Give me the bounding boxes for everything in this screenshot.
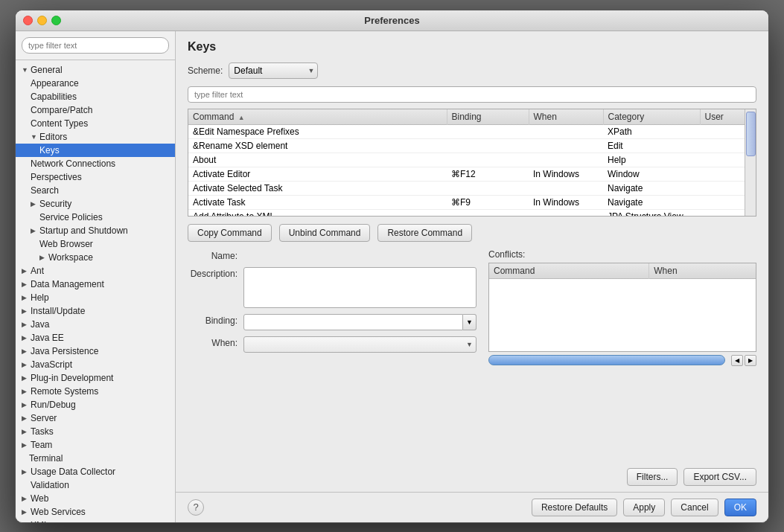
cell-user — [700, 167, 745, 181]
name-row: Name: — [188, 249, 477, 261]
export-csv-button[interactable]: Export CSV... — [683, 468, 756, 486]
keys-filter-input[interactable] — [188, 86, 756, 103]
sidebar-item-startup-shutdown[interactable]: ▶ Startup and Shutdown — [16, 224, 175, 237]
sidebar-item-label: Web — [31, 493, 48, 504]
filters-button[interactable]: Filters... — [627, 468, 678, 486]
restore-command-button[interactable]: Restore Command — [377, 224, 472, 242]
col-header-command[interactable]: Command ▲ — [188, 109, 447, 125]
cancel-button[interactable]: Cancel — [671, 499, 718, 516]
sidebar-item-content-types[interactable]: Content Types — [16, 117, 175, 130]
minimize-button[interactable] — [37, 16, 47, 25]
sidebar-item-tasks[interactable]: ▶ Tasks — [16, 425, 175, 438]
unbind-command-button[interactable]: Unbind Command — [279, 224, 371, 242]
table-row[interactable]: &Edit Namespace Prefixes XPath — [188, 124, 745, 138]
ok-button[interactable]: OK — [724, 499, 756, 516]
sidebar-item-plug-in[interactable]: ▶ Plug-in Development — [16, 371, 175, 385]
sidebar-item-usage-data[interactable]: ▶ Usage Data Collector — [16, 465, 175, 478]
sidebar-item-data-management[interactable]: ▶ Data Management — [16, 278, 175, 291]
cell-category: Window — [603, 167, 700, 181]
sidebar-item-service-policies[interactable]: Service Policies — [16, 211, 175, 224]
conflicts-col-command[interactable]: Command — [489, 263, 649, 279]
expand-arrow-js: ▶ — [22, 361, 29, 368]
sidebar-item-java-persistence[interactable]: ▶ Java Persistence — [16, 344, 175, 358]
sidebar-item-javascript[interactable]: ▶ JavaScript — [16, 358, 175, 371]
bottom-right-buttons: Filters... Export CSV... — [188, 468, 756, 486]
description-row: Description: — [188, 267, 477, 308]
sidebar-item-terminal[interactable]: Terminal — [16, 452, 175, 465]
sidebar-item-xml[interactable]: ▶ XML — [16, 519, 175, 522]
sidebar-item-keys[interactable]: Keys — [16, 144, 175, 157]
close-button[interactable] — [23, 16, 33, 25]
conflicts-col-when[interactable]: When — [649, 263, 756, 279]
scroll-right-button[interactable]: ▶ — [745, 355, 756, 366]
sidebar-item-web[interactable]: ▶ Web — [16, 492, 175, 505]
scroll-left-button[interactable]: ◀ — [731, 355, 743, 366]
scrollbar-thumb[interactable] — [746, 112, 756, 156]
sidebar-item-help[interactable]: ▶ Help — [16, 291, 175, 304]
when-select[interactable] — [243, 336, 477, 353]
cell-category: Edit — [603, 138, 700, 153]
sidebar-item-label: Validation — [31, 480, 69, 490]
col-header-when[interactable]: When — [529, 109, 603, 125]
when-select-wrapper — [243, 336, 477, 353]
help-button[interactable]: ? — [188, 499, 204, 516]
sidebar-item-install-update[interactable]: ▶ Install/Update — [16, 304, 175, 318]
sidebar-item-capabilities[interactable]: Capabilities — [16, 90, 175, 103]
sidebar-filter-input[interactable] — [22, 37, 169, 54]
sidebar-item-compare-patch[interactable]: Compare/Patch — [16, 103, 175, 117]
table-row[interactable]: Activate Selected Task Navigate — [188, 181, 745, 195]
table-row[interactable]: &Rename XSD element Edit — [188, 138, 745, 153]
sidebar-item-security[interactable]: ▶ Security — [16, 197, 175, 211]
preferences-window: Preferences ▼ General Appearance Capabil… — [15, 10, 769, 523]
cell-binding — [447, 181, 529, 195]
copy-command-button[interactable]: Copy Command — [188, 224, 272, 242]
sidebar-item-validation[interactable]: Validation — [16, 478, 175, 492]
conflicts-scroll-track[interactable] — [488, 355, 725, 365]
table-row[interactable]: About Help — [188, 153, 745, 167]
sidebar-item-search[interactable]: Search — [16, 184, 175, 197]
sidebar-item-label: Plug-in Development — [31, 373, 113, 383]
expand-arrow-install: ▶ — [22, 307, 29, 315]
table-row[interactable]: Add Attribute to XML JPA Structure View — [188, 209, 745, 216]
table-scrollbar[interactable] — [745, 109, 756, 216]
apply-button[interactable]: Apply — [623, 499, 665, 516]
scheme-select[interactable]: Default Emacs — [229, 63, 318, 79]
sidebar-item-label: Run/Debug — [31, 400, 76, 410]
dialog-buttons: ? Restore Defaults Apply Cancel OK — [176, 492, 768, 522]
binding-input[interactable] — [243, 314, 463, 330]
table-row[interactable]: Activate Task ⌘F9 In Windows Navigate — [188, 195, 745, 209]
description-textarea[interactable] — [243, 267, 477, 308]
conflicts-table-container: Command When — [488, 263, 756, 352]
col-header-user[interactable]: User — [700, 109, 745, 125]
expand-arrow-data: ▶ — [22, 281, 29, 288]
sidebar-item-editors[interactable]: ▼ Editors — [16, 130, 175, 144]
expand-arrow-security: ▶ — [31, 200, 38, 208]
cell-when — [529, 138, 603, 153]
restore-defaults-button[interactable]: Restore Defaults — [532, 499, 617, 516]
sidebar-item-workspace[interactable]: ▶ Workspace — [16, 251, 175, 264]
col-header-binding[interactable]: Binding — [447, 109, 529, 125]
keys-table-inner: Command ▲ Binding When Category User &Ed… — [188, 109, 745, 216]
binding-dropdown-button[interactable]: ▼ — [463, 314, 477, 330]
expand-arrow-team: ▶ — [22, 441, 29, 449]
sidebar-item-server[interactable]: ▶ Server — [16, 411, 175, 425]
sidebar-item-web-browser[interactable]: Web Browser — [16, 237, 175, 251]
conflicts-table: Command When — [489, 263, 756, 279]
sidebar-item-label: Capabilities — [31, 92, 77, 102]
sidebar-item-remote-systems[interactable]: ▶ Remote Systems — [16, 385, 175, 398]
sidebar-item-network-connections[interactable]: Network Connections — [16, 157, 175, 170]
sidebar-item-label: Workspace — [48, 252, 93, 263]
sidebar-item-java[interactable]: ▶ Java — [16, 318, 175, 331]
sidebar-item-run-debug[interactable]: ▶ Run/Debug — [16, 398, 175, 411]
expand-arrow-usage: ▶ — [22, 468, 29, 475]
sidebar-item-ant[interactable]: ▶ Ant — [16, 264, 175, 278]
sidebar-item-perspectives[interactable]: Perspectives — [16, 170, 175, 184]
sidebar-item-web-services[interactable]: ▶ Web Services — [16, 505, 175, 519]
sidebar-item-appearance[interactable]: Appearance — [16, 77, 175, 90]
maximize-button[interactable] — [51, 16, 61, 25]
table-row[interactable]: Activate Editor ⌘F12 In Windows Window — [188, 167, 745, 181]
sidebar-item-java-ee[interactable]: ▶ Java EE — [16, 331, 175, 344]
sidebar-item-general[interactable]: ▼ General — [16, 63, 175, 77]
col-header-category[interactable]: Category — [603, 109, 700, 125]
sidebar-item-team[interactable]: ▶ Team — [16, 438, 175, 452]
